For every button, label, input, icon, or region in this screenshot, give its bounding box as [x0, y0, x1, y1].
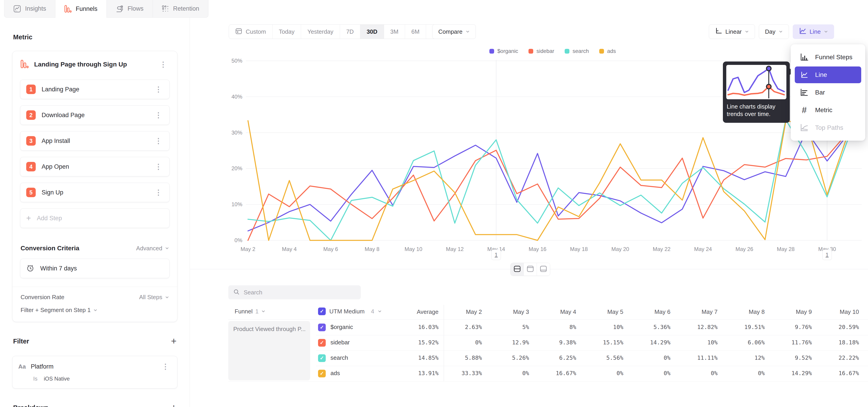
cell-value: 10%: [580, 324, 623, 330]
retention-icon: [162, 5, 169, 12]
svg-text:May 2: May 2: [241, 246, 255, 252]
cell-value: 5.88%: [438, 354, 482, 361]
date-column-header: May 4: [533, 308, 576, 315]
divider: [12, 287, 177, 287]
date-column-header: May 6: [627, 308, 671, 315]
tab-insights[interactable]: Insights: [4, 0, 55, 18]
table-only-view-button[interactable]: [537, 263, 550, 276]
chevron-down-icon: [824, 30, 828, 34]
cell-value: 11.76%: [769, 339, 812, 346]
svg-text:May 4: May 4: [282, 246, 297, 252]
scale-dropdown-button[interactable]: Linear: [709, 24, 755, 39]
average-column-header: Average: [395, 308, 438, 315]
compare-button[interactable]: Compare: [432, 24, 476, 39]
range-today[interactable]: Today: [273, 25, 301, 39]
table-row-ads[interactable]: ✓ads13.91%33.33%0%16.67%0%0%0%0%14.29%16…: [0, 366, 868, 381]
insights-icon: [13, 5, 21, 13]
add-breakdown-button[interactable]: +: [171, 403, 177, 407]
annotation-badge-may-30[interactable]: 1: [822, 250, 832, 260]
scale-label: Linear: [725, 28, 742, 35]
interval-label: Day: [765, 28, 775, 35]
interval-dropdown-button[interactable]: Day: [759, 24, 789, 39]
series-name: ads: [331, 370, 340, 377]
svg-text:0%: 0%: [235, 237, 242, 243]
range-custom[interactable]: Custom: [229, 25, 273, 39]
date-column-header: May 8: [721, 308, 765, 315]
breakdown-col-label: UTM Medium: [329, 308, 365, 315]
series-line-search[interactable]: [248, 120, 848, 240]
split-view-button[interactable]: [510, 263, 524, 276]
view-layout-toggles: [510, 263, 550, 276]
menu-item-metric[interactable]: #Metric: [795, 102, 861, 119]
table-row-organic[interactable]: ✓$organic16.03%2.63%5%8%10%5.36%12.82%19…: [0, 320, 868, 335]
funnel-column-header[interactable]: Funnel 1: [235, 305, 266, 318]
menu-item-bar[interactable]: Bar: [795, 84, 861, 101]
average-value: 16.03%: [395, 324, 438, 330]
range-label: 6M: [411, 28, 420, 35]
table-row-sidebar[interactable]: ✓sidebar15.92%0%12.9%9.38%15.15%14.29%10…: [0, 335, 868, 350]
chart-type-label: Line: [810, 28, 821, 35]
tab-funnels[interactable]: Funnels: [55, 0, 107, 18]
annotation-badge-may-14[interactable]: 1: [491, 250, 501, 260]
range-label: 7D: [346, 28, 354, 35]
menu-item-label: Metric: [815, 106, 832, 114]
range-30d[interactable]: 30D: [360, 25, 384, 39]
search-input[interactable]: [244, 289, 356, 296]
line-chart-icon: [799, 71, 809, 79]
chart-type-dropdown-button[interactable]: Line: [793, 24, 834, 39]
svg-text:May 22: May 22: [653, 246, 671, 252]
date-range-segmented-control: CustomTodayYesterday7D30D3M6M12M: [229, 24, 450, 39]
menu-item-label: Funnel Steps: [815, 54, 852, 61]
select-all-checkbox[interactable]: ✓: [318, 308, 326, 315]
svg-text:30%: 30%: [231, 130, 242, 136]
top-tab-bar: InsightsFunnelsFlowsRetention: [4, 0, 209, 18]
tab-label: Flows: [127, 5, 144, 12]
cell-value: 9.52%: [769, 354, 812, 361]
series-line-ads[interactable]: [248, 121, 848, 240]
menu-item-label: Bar: [815, 89, 825, 96]
filter-segment-label: Filter + Segment on Step 1: [21, 307, 91, 314]
filter-segment-dropdown[interactable]: Filter + Segment on Step 1: [20, 307, 169, 314]
menu-item-funnel-steps[interactable]: Funnel Steps: [795, 49, 861, 66]
date-column-header: May 9: [769, 308, 812, 315]
average-value: 14.85%: [395, 354, 438, 361]
range-yesterday[interactable]: Yesterday: [301, 25, 340, 39]
menu-item-label: Line: [815, 71, 827, 79]
row-checkbox[interactable]: ✓: [318, 354, 326, 362]
funnel-col-label: Funnel: [235, 308, 253, 315]
funnel-steps-icon: [799, 53, 809, 62]
series-name: $organic: [331, 323, 353, 331]
breakdown-column-header[interactable]: ✓ UTM Medium 4: [318, 305, 382, 318]
range-6m[interactable]: 6M: [405, 25, 426, 39]
cell-value: 6.25%: [533, 354, 576, 361]
cell-value: 8%: [533, 324, 576, 330]
flows-icon: [116, 5, 123, 13]
compare-label: Compare: [438, 28, 463, 35]
cell-value: 19.51%: [721, 324, 765, 330]
range-3m[interactable]: 3M: [384, 25, 405, 39]
row-checkbox[interactable]: ✓: [318, 370, 326, 377]
chart-only-view-button[interactable]: [524, 263, 537, 276]
table-row-search[interactable]: ✓search14.85%5.88%5.26%6.25%5.56%0%11.11…: [0, 350, 868, 366]
tab-retention[interactable]: Retention: [153, 0, 209, 18]
tab-flows[interactable]: Flows: [107, 0, 153, 18]
tab-label: Insights: [25, 5, 46, 12]
cell-value: 18.18%: [815, 339, 859, 346]
chart-type-tooltip: Line charts display trends over time.: [723, 62, 790, 123]
range-7d[interactable]: 7D: [340, 25, 360, 39]
chevron-down-icon: [466, 30, 470, 34]
row-divider: [316, 350, 868, 351]
svg-text:May 28: May 28: [777, 246, 795, 252]
row-checkbox[interactable]: ✓: [318, 339, 326, 347]
breakdown-heading: Breakdown: [13, 404, 171, 407]
row-checkbox[interactable]: ✓: [318, 323, 326, 331]
table-search: [228, 285, 361, 300]
check-icon: ✓: [320, 355, 324, 361]
range-label: 3M: [391, 28, 399, 35]
menu-item-line[interactable]: Line: [795, 66, 861, 83]
funnel-trend-line-chart[interactable]: 0%10%20%30%40%50%May 2May 4May 6May 8May…: [0, 0, 868, 274]
conversion-rate-row: Conversion Rate All Steps: [20, 294, 169, 301]
cell-value: 10%: [674, 339, 718, 346]
svg-text:May 12: May 12: [446, 246, 464, 252]
conversion-rate-dropdown[interactable]: All Steps: [139, 294, 169, 301]
